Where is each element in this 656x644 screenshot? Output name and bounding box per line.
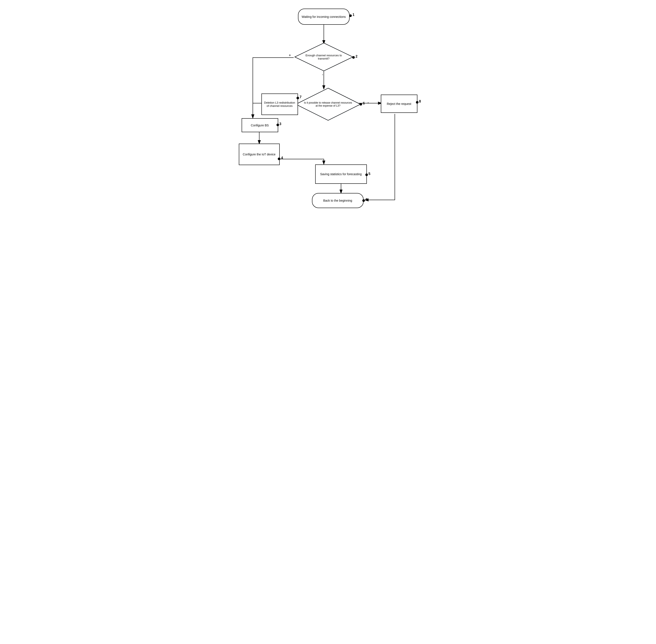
node-release-channel: Is it possible to release channel resour… [295,87,362,121]
node-configure-bs-label: Configure BS [251,123,269,127]
num-2: 2 [356,54,357,59]
num-5: 5 [369,172,371,176]
node-enough-channel: Enough channel resources to transmit? [294,42,354,72]
node-back-beginning-label: Back to the beginning [323,199,352,202]
node-waiting-label: Waiting for incoming connections [302,15,346,19]
num-3: 3 [280,122,281,126]
num-6: 6 [363,101,365,105]
flowchart-diagram: Waiting for incoming connections 1 Enoug… [231,4,425,215]
dot-7 [297,97,299,99]
node-reject-label: Reject the request [387,102,411,106]
node-deletion-l3-label: Deletion L3 redistribution of channel re… [264,101,296,108]
num-4: 4 [281,156,283,160]
node-enough-channel-label: Enough channel resources to transmit? [302,54,345,60]
dot-8 [416,101,418,104]
dot-5 [365,174,368,176]
node-reject: Reject the request [381,95,417,113]
num-9: 9 [366,198,368,202]
node-deletion-l3: Deletion L3 redistribution of channel re… [261,93,298,115]
node-back-beginning: Back to the beginning [312,193,364,208]
node-saving-stats: Saving statistics for forecasting [315,164,367,184]
dot-3 [277,123,279,126]
node-waiting: Waiting for incoming connections [298,8,350,25]
minus-label-n6: - [368,100,369,105]
dot-1 [349,15,352,17]
num-8: 8 [419,99,421,104]
node-configure-iot-label: Configure the IoT device [243,153,276,156]
node-configure-bs: Configure BS [242,118,278,132]
node-configure-iot: Configure the IoT device [239,144,280,165]
num-7: 7 [300,95,302,99]
minus-label-n2: - [322,73,323,76]
node-saving-stats-label: Saving statistics for forecasting [320,172,362,176]
node-release-channel-label: Is it possible to release channel resour… [303,101,353,107]
dot-6 [359,103,362,106]
plus-label-n2: + [289,53,291,57]
dot-9 [362,199,365,202]
num-1: 1 [353,13,354,17]
dot-2 [352,56,355,59]
dot-4 [278,158,280,160]
